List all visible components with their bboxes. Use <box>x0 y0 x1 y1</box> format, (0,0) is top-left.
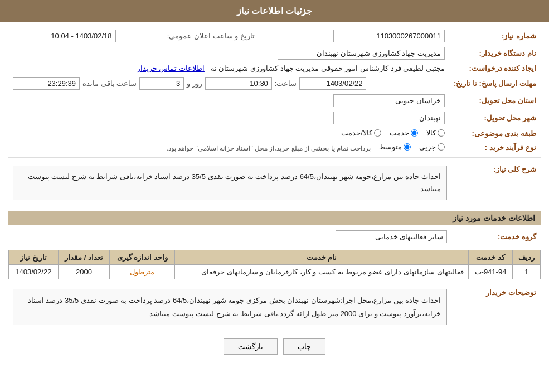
category-option-1-label: کالا <box>426 129 436 137</box>
back-button[interactable]: بازگشت <box>224 338 278 355</box>
services-header-row: ردیف کد خدمت نام خدمت واحد اندازه گیری ت… <box>9 250 541 265</box>
announce-label: تاریخ و ساعت اعلان عمومی: <box>120 27 259 45</box>
purchase-type-radio-1[interactable] <box>438 143 445 151</box>
city-row: شهر محل تحویل: نهبندان <box>8 109 541 127</box>
general-desc-label: شرح کلی نیاز: <box>451 161 541 205</box>
category-option-3: کالا/خدمت <box>341 129 381 137</box>
province-box: خراسان جنوبی <box>333 94 445 107</box>
purchase-type-value: متوسط جزیی پرداخت تمام یا بخشی از مبلغ خ… <box>8 141 449 154</box>
table-row: 1 941-94-ب فعالیتهای سازمانهای دارای عضو… <box>9 265 541 279</box>
need-number-label: شماره نیاز: <box>449 27 541 45</box>
deadline-remain-label: ساعت باقی مانده <box>82 79 137 88</box>
province-row: استان محل تحویل: خراسان جنوبی <box>8 92 541 109</box>
need-number-box: 1103000267000011 <box>333 30 445 42</box>
purchase-type-radio-2[interactable] <box>404 143 411 151</box>
cell-unit: مترطول <box>110 265 175 279</box>
buyer-row: نام دستگاه خریدار: مدیریت جهاد کشاورزی ش… <box>8 45 541 62</box>
category-label: طبقه بندی موضوعی: <box>449 127 541 141</box>
buttons-row: چاپ بازگشت <box>8 338 541 355</box>
category-row: طبقه بندی موضوعی: کالا/خدمت خدمت کالا <box>8 127 541 141</box>
category-option-2-label: خدمت <box>390 129 409 137</box>
creator-label: ایجاد کننده درخواست: <box>449 62 541 75</box>
services-data-table: ردیف کد خدمت نام خدمت واحد اندازه گیری ت… <box>8 250 541 279</box>
general-desc-box: احداث جاده بین مزارع،جومه شهر نهبندان،64… <box>13 166 447 200</box>
col-row-num: ردیف <box>513 250 541 265</box>
buyer-desc-content: احداث جاده بین مزارع،محل اجرا:شهرستان نه… <box>8 284 451 330</box>
service-group-label: گروه خدمت: <box>451 228 541 245</box>
creator-link[interactable]: اطلاعات تماس خریدار <box>137 64 205 72</box>
deadline-day-label: روز و <box>187 79 202 88</box>
cell-service-name: فعالیتهای سازمانهای دارای عضو مربوط به ک… <box>175 265 468 279</box>
province-value: خراسان جنوبی <box>8 92 449 109</box>
buyer-desc-label: توضیحات خریدار <box>451 284 541 330</box>
info-table: شماره نیاز: 1103000267000011 تاریخ و ساع… <box>8 27 541 154</box>
deadline-time-label: ساعت: <box>275 79 297 88</box>
page-title: جزئیات اطلاعات نیاز <box>237 6 313 16</box>
service-group-row: گروه خدمت: سایر فعالیتهای خدماتی <box>8 228 541 245</box>
deadline-date-box: 1403/02/22 <box>299 77 366 90</box>
purchase-type-label: نوع فرآیند خرید : <box>449 141 541 154</box>
creator-text: مجتبی لطیفی فرد کارشناس امور حقوقی مدیری… <box>211 64 445 72</box>
buyer-desc-row: توضیحات خریدار احداث جاده بین مزارع،محل … <box>8 284 541 330</box>
page-header: جزئیات اطلاعات نیاز <box>0 0 549 22</box>
general-desc-row: شرح کلی نیاز: احداث جاده بین مزارع،جومه … <box>8 161 541 205</box>
divider-1 <box>8 157 541 158</box>
cell-date: 1403/02/22 <box>9 265 59 279</box>
buyer-label: نام دستگاه خریدار: <box>449 45 541 62</box>
category-value: کالا/خدمت خدمت کالا <box>8 127 449 141</box>
purchase-type-option-2-label: متوسط <box>379 143 402 151</box>
category-option-3-label: کالا/خدمت <box>341 129 372 137</box>
deadline-time-box: 10:30 <box>205 77 272 90</box>
city-value: نهبندان <box>8 109 449 127</box>
service-group-table: گروه خدمت: سایر فعالیتهای خدماتی <box>8 228 541 245</box>
content-area: شماره نیاز: 1103000267000011 تاریخ و ساع… <box>0 22 549 369</box>
col-quantity: تعداد / مقدار <box>58 250 110 265</box>
general-desc-table: شرح کلی نیاز: احداث جاده بین مزارع،جومه … <box>8 161 541 205</box>
service-group-value: سایر فعالیتهای خدماتی <box>8 228 451 245</box>
services-table-head: ردیف کد خدمت نام خدمت واحد اندازه گیری ت… <box>9 250 541 265</box>
cell-service-code: 941-94-ب <box>468 265 513 279</box>
service-section-title: اطلاعات خدمات مورد نیاز <box>8 211 541 225</box>
announce-value: 1403/02/18 - 10:04 <box>8 27 120 45</box>
deadline-label: مهلت ارسال پاسخ: تا تاریخ: <box>449 75 541 92</box>
col-service-code: کد خدمت <box>468 250 513 265</box>
deadline-value: 23:29:39 ساعت باقی مانده 3 روز و 10:30 س… <box>8 75 449 92</box>
deadline-row: مهلت ارسال پاسخ: تا تاریخ: 23:29:39 ساعت… <box>8 75 541 92</box>
buyer-desc-box: احداث جاده بین مزارع،محل اجرا:شهرستان نه… <box>13 289 447 325</box>
cell-row-num: 1 <box>513 265 541 279</box>
city-label: شهر محل تحویل: <box>449 109 541 127</box>
city-box: نهبندان <box>333 112 445 124</box>
province-label: استان محل تحویل: <box>449 92 541 109</box>
need-number-value: 1103000267000011 <box>276 27 449 45</box>
cell-quantity: 2000 <box>58 265 110 279</box>
col-service-name: نام خدمت <box>175 250 468 265</box>
purchase-type-option-2: متوسط <box>379 143 411 151</box>
category-radio-group: کالا/خدمت خدمت کالا <box>341 129 445 137</box>
category-option-1: کالا <box>426 129 445 137</box>
purchase-type-radio-group: متوسط جزیی <box>379 143 445 151</box>
purchase-type-note: پرداخت تمام یا بخشی از مبلغ خرید،از محل … <box>167 144 371 152</box>
need-number-row: شماره نیاز: 1103000267000011 تاریخ و ساع… <box>8 27 541 45</box>
deadline-remain-box: 23:29:39 <box>13 77 80 90</box>
col-unit: واحد اندازه گیری <box>110 250 175 265</box>
service-group-box: سایر فعالیتهای خدماتی <box>336 230 447 243</box>
purchase-type-row: نوع فرآیند خرید : متوسط جزیی پرداخت <box>8 141 541 154</box>
category-option-2: خدمت <box>390 129 418 137</box>
purchase-type-option-1: جزیی <box>419 143 445 151</box>
general-desc-content: احداث جاده بین مزارع،جومه شهر نهبندان،64… <box>8 161 451 205</box>
creator-value: مجتبی لطیفی فرد کارشناس امور حقوقی مدیری… <box>8 62 449 75</box>
creator-row: ایجاد کننده درخواست: مجتبی لطیفی فرد کار… <box>8 62 541 75</box>
print-button[interactable]: چاپ <box>283 338 325 355</box>
services-table-body: 1 941-94-ب فعالیتهای سازمانهای دارای عضو… <box>9 265 541 279</box>
category-radio-2[interactable] <box>411 129 418 137</box>
announce-box: 1403/02/18 - 10:04 <box>47 30 115 42</box>
category-radio-3[interactable] <box>374 129 381 137</box>
buyer-value: مدیریت جهاد کشاورزی شهرستان نهبندان <box>8 45 449 62</box>
purchase-type-option-1-label: جزیی <box>419 143 436 151</box>
buyer-box: مدیریت جهاد کشاورزی شهرستان نهبندان <box>278 47 445 60</box>
col-date: تاریخ نیاز <box>9 250 59 265</box>
buyer-desc-table: توضیحات خریدار احداث جاده بین مزارع،محل … <box>8 284 541 330</box>
category-radio-1[interactable] <box>438 129 445 137</box>
deadline-days-box: 3 <box>139 77 184 90</box>
page-container: جزئیات اطلاعات نیاز شماره نیاز: 11030002… <box>0 0 549 392</box>
